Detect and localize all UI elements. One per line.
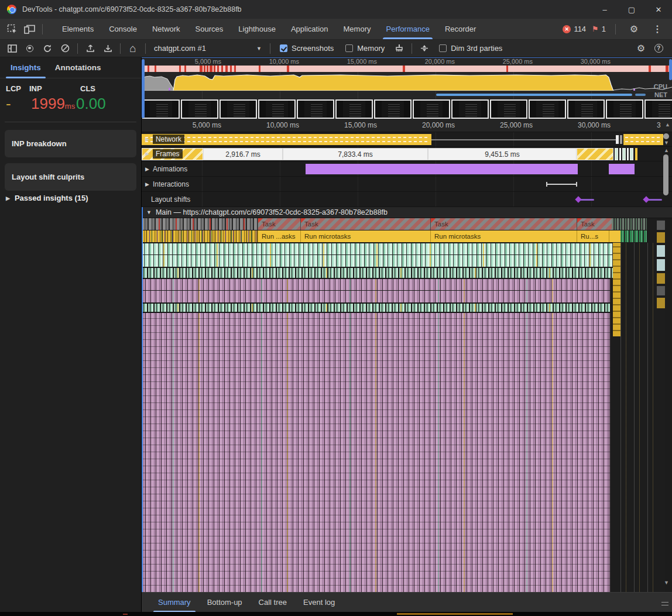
layout-shift-culprits-card[interactable]: Layout shift culprits [5, 163, 136, 191]
reload-record-button[interactable] [39, 41, 56, 56]
tab-memory[interactable]: Memory [336, 19, 379, 39]
passed-insights-toggle[interactable]: ▶ Passed insights (15) [6, 194, 88, 202]
range-handle-right[interactable] [669, 59, 672, 80]
page-target-value: chatgpt.com #1 [154, 44, 206, 53]
tab-event-log[interactable]: Event log [295, 593, 343, 612]
toggle-sidebar-icon[interactable] [4, 41, 21, 56]
memory-checkbox[interactable]: Memory [345, 44, 385, 53]
scroll-down-icon[interactable]: ▼ [664, 580, 669, 586]
ruler-tick: 10,000 ms [266, 121, 299, 129]
device-toolbar-icon[interactable] [21, 22, 39, 37]
screenshot-thumbnail[interactable] [413, 99, 450, 119]
scroll-down-icon[interactable]: ▼ [664, 140, 669, 146]
tab-application[interactable]: Application [283, 19, 336, 39]
tab-bottom-up[interactable]: Bottom-up [199, 593, 251, 612]
screenshot-thumbnail[interactable] [142, 99, 180, 119]
chevron-down-icon: ▼ [256, 46, 262, 51]
overview-tick: 5,000 ms [195, 58, 221, 65]
overview-tick: 15,000 ms [347, 58, 377, 65]
home-icon[interactable]: ⌂ [124, 41, 142, 56]
drawer-tab-bar: Summary Bottom-up Call tree Event log [142, 592, 672, 612]
layout-shift-marker[interactable] [575, 196, 581, 202]
run-microtasks: Run microtasks [300, 230, 430, 242]
screenshot-thumbnail[interactable] [490, 99, 527, 119]
ruler-tick: 20,000 ms [422, 121, 455, 129]
timeline-overview[interactable]: 5,000 ms 10,000 ms 15,000 ms 20,000 ms 2… [142, 57, 672, 119]
tab-performance[interactable]: Performance [378, 19, 437, 39]
tab-annotations[interactable]: Annotations [48, 57, 108, 78]
tab-network[interactable]: Network [145, 19, 188, 39]
capture-settings-gear-icon[interactable]: ⚙ [632, 41, 650, 56]
more-options-icon[interactable]: ⋮ [649, 22, 666, 37]
main-thread-header[interactable]: ▼ Main — https://chatgpt.com/c/69073f52-… [142, 207, 672, 218]
main-flame-chart[interactable]: Task Task Task Task Run ...asks Run micr… [142, 218, 672, 592]
screenshots-filmstrip[interactable] [142, 99, 672, 119]
range-handle-left[interactable] [142, 59, 145, 118]
close-button[interactable]: ✕ [645, 0, 672, 19]
ruler-tick: 25,000 ms [500, 121, 533, 129]
inp-breakdown-card[interactable]: INP breakdown [5, 130, 136, 157]
frame-duration: 9,451.5 ms [428, 148, 577, 160]
tab-summary[interactable]: Summary [150, 593, 199, 612]
dim-3rd-parties-checkbox[interactable]: Dim 3rd parties [439, 44, 502, 53]
tab-elements[interactable]: Elements [54, 19, 101, 39]
chevron-down-icon: ▼ [146, 209, 152, 215]
lcp-value: - [6, 95, 11, 113]
save-profile-icon[interactable] [99, 41, 116, 56]
scrollbar-thumb[interactable] [663, 133, 669, 139]
chevron-right-icon: ▶ [145, 181, 149, 187]
cpu-activity-chart: CPU [142, 72, 672, 91]
tab-sources[interactable]: Sources [188, 19, 231, 39]
tab-recorder[interactable]: Recorder [437, 19, 484, 39]
overview-tick: 25,000 ms [503, 58, 533, 65]
issues-badge[interactable]: ⚑ 1 [592, 25, 606, 33]
scrollbar-thumb[interactable] [663, 154, 668, 195]
help-icon[interactable]: ? [650, 41, 667, 56]
page-target-select[interactable]: chatgpt.com #1 ▼ [149, 41, 266, 56]
screenshot-thumbnail[interactable] [567, 99, 605, 119]
screenshot-thumbnail[interactable] [606, 99, 643, 119]
tab-console[interactable]: Console [101, 19, 145, 39]
screenshot-thumbnail[interactable] [644, 99, 672, 119]
network-track[interactable]: ▶ Network [142, 132, 672, 147]
screenshot-thumbnail[interactable] [374, 99, 412, 119]
dim-3rd-parties-label: Dim 3rd parties [451, 44, 502, 53]
animations-track[interactable]: ▶ Animations [142, 161, 672, 177]
layout-shifts-track[interactable]: Layout shifts [142, 192, 672, 207]
scroll-up-icon[interactable]: ▲ [665, 122, 670, 128]
load-profile-icon[interactable] [81, 41, 99, 56]
screenshot-thumbnail[interactable] [335, 99, 373, 119]
interactions-track[interactable]: ▶ Interactions [142, 177, 672, 192]
screenshots-checkbox[interactable]: Screenshots [280, 44, 334, 53]
layout-shift-marker[interactable] [643, 196, 649, 202]
tab-insights[interactable]: Insights [4, 57, 48, 78]
divider [42, 24, 43, 35]
inspect-element-icon[interactable] [4, 22, 21, 37]
long-task: Task [577, 218, 612, 230]
screenshot-thumbnail[interactable] [258, 99, 296, 119]
minimize-button[interactable]: – [591, 0, 618, 19]
screenshot-thumbnail[interactable] [220, 99, 257, 119]
settings-gear-icon[interactable]: ⚙ [625, 22, 643, 37]
screenshot-thumbnail[interactable] [297, 99, 334, 119]
clear-icon[interactable] [56, 41, 74, 56]
cls-value: 0.00 [76, 95, 106, 113]
scroll-up-icon[interactable]: ▲ [664, 147, 669, 153]
collapse-flame-icon[interactable] [416, 41, 433, 56]
screenshot-thumbnail[interactable] [181, 99, 218, 119]
tab-call-tree[interactable]: Call tree [251, 593, 295, 612]
console-errors-badge[interactable]: ✕ 114 [563, 25, 586, 33]
screenshot-thumbnail[interactable] [529, 99, 566, 119]
devtools-tab-bar: Elements Console Network Sources Lightho… [0, 19, 672, 40]
record-button[interactable] [21, 41, 39, 56]
resize-grip[interactable] [661, 602, 668, 605]
screenshot-thumbnail[interactable] [451, 99, 489, 119]
frames-track[interactable]: 2,916.7 ms 7,833.4 ms 9,451.5 ms ▶ Frame… [142, 147, 672, 161]
tab-lighthouse[interactable]: Lighthouse [231, 19, 283, 39]
divider [120, 43, 121, 54]
maximize-button[interactable]: ▢ [618, 0, 645, 19]
garbage-collect-icon[interactable] [390, 41, 408, 56]
chrome-logo-icon [7, 5, 16, 14]
divider [145, 43, 146, 54]
screenshots-label: Screenshots [292, 44, 334, 53]
